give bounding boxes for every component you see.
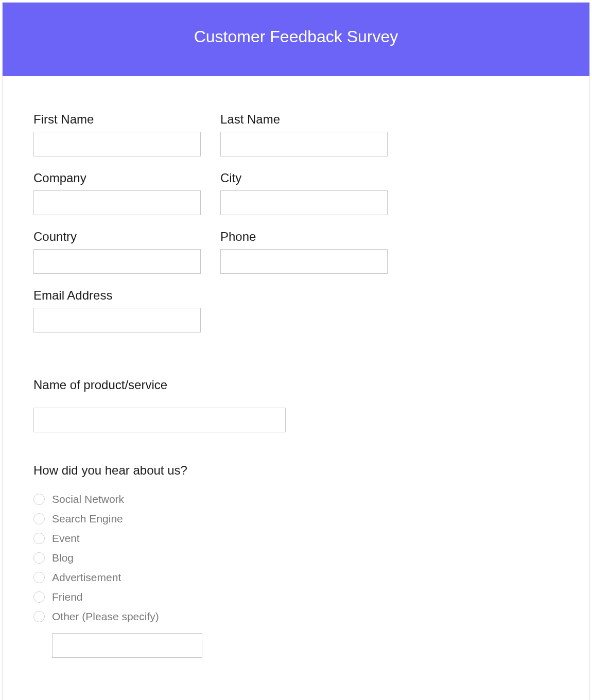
input-country[interactable] <box>33 249 201 274</box>
radio-label: Search Engine <box>52 513 123 525</box>
form-area: First Name Last Name Company City Countr… <box>3 76 589 700</box>
input-last-name[interactable] <box>220 132 388 156</box>
input-product-service[interactable] <box>33 408 286 432</box>
label-last-name: Last Name <box>220 112 388 127</box>
input-city[interactable] <box>220 190 388 215</box>
label-city: City <box>220 171 388 185</box>
radio-item-social-network[interactable]: Social Network <box>33 493 559 505</box>
label-first-name: First Name <box>33 112 201 127</box>
label-company: Company <box>33 171 201 185</box>
radio-icon <box>33 533 45 544</box>
radio-item-event[interactable]: Event <box>33 532 559 545</box>
radio-label: Event <box>52 532 80 545</box>
radio-icon <box>33 572 45 583</box>
radio-icon <box>33 494 45 505</box>
radio-group-hear: Social Network Search Engine Event Blog … <box>33 493 559 658</box>
radio-label: Friend <box>52 591 83 603</box>
radio-label: Social Network <box>52 493 124 505</box>
input-email[interactable] <box>33 308 201 332</box>
radio-icon <box>33 591 45 603</box>
input-phone[interactable] <box>220 249 388 274</box>
label-hear-about-us: How did you hear about us? <box>33 463 559 478</box>
radio-item-friend[interactable]: Friend <box>33 591 559 603</box>
label-country: Country <box>33 230 201 244</box>
label-product-service: Name of product/service <box>33 378 559 392</box>
survey-header: Customer Feedback Survey <box>3 3 589 76</box>
input-other-specify[interactable] <box>52 633 202 658</box>
radio-item-search-engine[interactable]: Search Engine <box>33 513 559 525</box>
input-company[interactable] <box>33 190 201 215</box>
input-first-name[interactable] <box>33 132 201 156</box>
radio-icon <box>33 513 45 524</box>
survey-title: Customer Feedback Survey <box>3 27 589 46</box>
radio-label: Other (Please specify) <box>52 610 159 623</box>
radio-icon <box>33 552 45 564</box>
radio-item-other[interactable]: Other (Please specify) <box>33 610 559 623</box>
radio-item-advertisement[interactable]: Advertisement <box>33 571 559 584</box>
radio-label: Advertisement <box>52 571 121 584</box>
radio-icon <box>33 611 45 622</box>
radio-label: Blog <box>52 552 74 564</box>
radio-item-blog[interactable]: Blog <box>33 552 559 564</box>
label-phone: Phone <box>220 230 388 244</box>
label-email: Email Address <box>33 288 201 303</box>
